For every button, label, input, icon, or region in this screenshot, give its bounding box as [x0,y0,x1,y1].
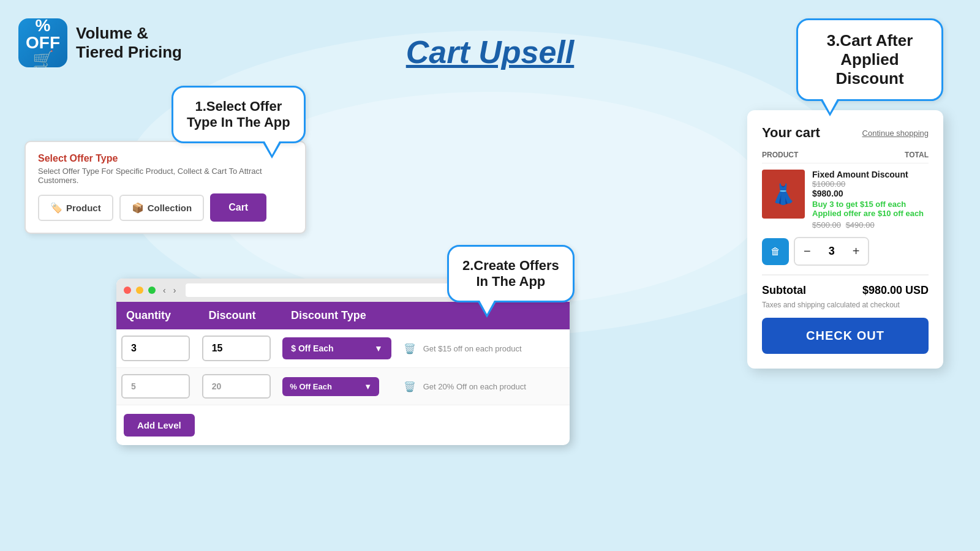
step2-text: 2.Create OffersIn The App [462,258,559,289]
cart-item-price-original: $1000.00 [812,179,929,189]
cart-delete-button[interactable]: 🗑 [762,238,789,265]
cart-price-strike: $500.00 [812,220,841,230]
qty-increase-button[interactable]: + [844,238,869,264]
discount-type-select-2[interactable]: % Off Each ▼ [282,377,379,396]
discount-row-1: $ Off Each ▼ 🗑️ Get $15 off on each prod… [116,329,570,368]
step3-bubble: 3.Cart AfterApplied Discount [796,18,943,101]
cart-title: Your cart [762,125,820,141]
col-discount: Discount [199,302,282,329]
continue-shopping-link[interactable]: Continue shopping [862,129,929,138]
offer-type-buttons: 🏷️ Product 📦 Collection Cart [38,193,293,222]
step1-text: 1.Select OfferType In The App [187,99,290,130]
col-quantity: Quantity [116,302,199,329]
cart-price-discounted: $490.00 [846,220,875,230]
cart-col-total: TOTAL [905,151,929,159]
qty-decrease-button[interactable]: − [795,238,820,264]
discount-row-2: % Off Each ▼ 🗑️ Get 20% Off on each prod… [116,368,570,405]
browser-dot-red[interactable] [124,287,131,294]
offer-panel-title: Select Offer Type [38,153,293,164]
subtotal-label: Subtotal [762,284,806,297]
offer-btn-cart[interactable]: Cart [210,193,266,222]
qty-input-2[interactable] [121,374,190,399]
browser-back-icon[interactable]: ‹ [163,285,166,295]
offer-btn-product-label: Product [66,203,101,213]
cart-col-product: PRODUCT [762,151,798,159]
browser-dot-green[interactable] [148,287,156,294]
page-title: Cart Upsell [406,34,575,70]
discount-input-2[interactable] [202,374,271,399]
cart-header: Your cart Continue shopping [762,125,929,141]
cart-item-name: Fixed Amount Discount [812,170,929,179]
chevron-down-icon-1: ▼ [374,343,383,353]
cart-applied-text: Applied offer are $10 off each [812,209,929,218]
offer-btn-collection[interactable]: 📦 Collection [119,195,205,221]
subtotal-value: $980.00 USD [862,284,929,297]
cart-subtotal: Subtotal $980.00 USD [762,284,929,297]
collection-icon: 📦 [132,202,144,214]
cart-controls: 🗑 − 3 + [762,237,929,266]
cart-panel: Your cart Continue shopping PRODUCT TOTA… [747,110,943,369]
cart-divider [762,274,929,276]
app-logo-icon: %OFF🛒 [18,18,67,67]
offer-btn-product[interactable]: 🏷️ Product [38,195,113,221]
qty-input-1[interactable] [121,335,190,361]
discount-table-window: ‹ › Quantity Discount Discount Type $ Of… [116,279,570,445]
col-discount-type: Discount Type [281,302,405,329]
cart-offer-text: Buy 3 to get $15 off each [812,200,929,209]
cart-item: 👗 Fixed Amount Discount $1000.00 $980.00… [762,170,929,230]
cart-item-details: Fixed Amount Discount $1000.00 $980.00 B… [812,170,929,230]
trash-icon-1[interactable]: 🗑️ [404,343,416,354]
offer-btn-collection-label: Collection [148,203,192,213]
cart-price-row: $500.00 $490.00 [812,220,929,230]
hint-text-1: Get $15 off on each product [421,344,522,353]
step1-bubble: 1.Select OfferType In The App [172,86,306,143]
discount-type-label-1: $ Off Each [291,343,333,353]
offer-panel-description: Select Offer Type For Specific Product, … [38,167,293,185]
step2-bubble: 2.Create OffersIn The App [447,245,575,302]
logo-area: %OFF🛒 Volume & Tiered Pricing [18,18,182,67]
add-level-button[interactable]: Add Level [124,414,195,437]
trash-icon: 🗑 [771,246,780,257]
cart-column-headers: PRODUCT TOTAL [762,151,929,163]
app-title-line2: Tiered Pricing [76,43,182,62]
discount-type-select-1[interactable]: $ Off Each ▼ [282,337,391,359]
cart-item-price-current: $980.00 [812,189,929,198]
hint-text-2: Get 20% Off on each product [421,382,526,391]
discount-input-1[interactable] [202,335,271,361]
browser-forward-icon[interactable]: › [173,285,176,295]
cart-item-image: 👗 [762,170,805,219]
cart-qty-control: − 3 + [794,237,869,266]
step3-text: 3.Cart AfterApplied Discount [827,31,913,88]
cart-qty-value: 3 [820,239,844,264]
app-title-line1: Volume & [76,24,182,43]
browser-dot-yellow[interactable] [136,287,143,294]
cart-tax-text: Taxes and shipping calculated at checkou… [762,301,929,309]
app-logo-text: Volume & Tiered Pricing [76,24,182,62]
checkout-button[interactable]: CHECK OUT [762,318,929,354]
chevron-down-icon-2: ▼ [364,382,372,391]
discount-table-header: Quantity Discount Discount Type [116,302,570,329]
discount-type-label-2: % Off Each [290,382,332,391]
product-icon: 🏷️ [50,202,62,214]
trash-icon-2[interactable]: 🗑️ [404,381,416,392]
offer-btn-cart-label: Cart [228,202,248,213]
